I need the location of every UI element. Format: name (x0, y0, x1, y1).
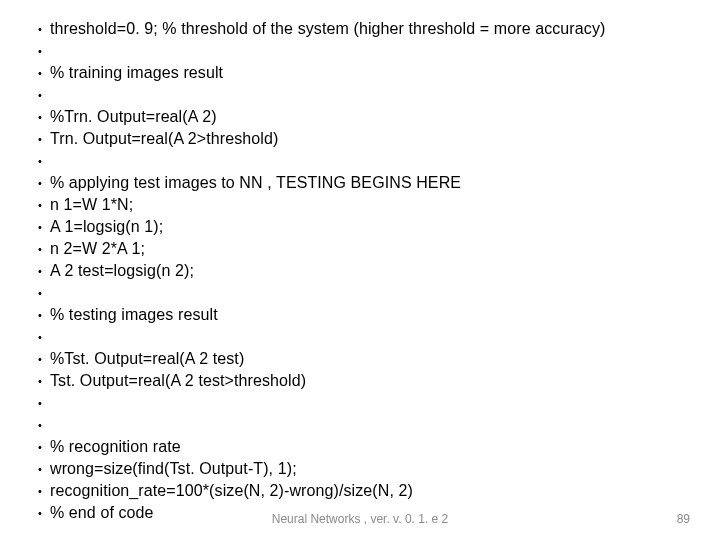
code-line: •wrong=size(find(Tst. Output-T), 1); (30, 458, 690, 480)
code-line-text: Trn. Output=real(A 2>threshold) (50, 128, 690, 149)
page-number: 89 (677, 512, 690, 526)
code-line-text: % training images result (50, 62, 690, 83)
code-line-text: % recognition rate (50, 436, 690, 457)
code-line: • (30, 282, 690, 304)
bullet-icon: • (30, 304, 50, 326)
code-line-text: n 1=W 1*N; (50, 194, 690, 215)
code-line: •%Tst. Output=real(A 2 test) (30, 348, 690, 370)
bullet-icon: • (30, 282, 50, 304)
code-line-text: A 1=logsig(n 1); (50, 216, 690, 237)
code-line: •recognition_rate=100*(size(N, 2)-wrong)… (30, 480, 690, 502)
code-line-text: A 2 test=logsig(n 2); (50, 260, 690, 281)
code-line-text: recognition_rate=100*(size(N, 2)-wrong)/… (50, 480, 690, 501)
code-line: • (30, 84, 690, 106)
bullet-icon: • (30, 40, 50, 62)
code-line-text: Tst. Output=real(A 2 test>threshold) (50, 370, 690, 391)
code-line: •% applying test images to NN , TESTING … (30, 172, 690, 194)
code-line: • (30, 150, 690, 172)
code-line: •% training images result (30, 62, 690, 84)
bullet-icon: • (30, 436, 50, 458)
code-line: •Trn. Output=real(A 2>threshold) (30, 128, 690, 150)
bullet-icon: • (30, 18, 50, 40)
code-line-text: n 2=W 2*A 1; (50, 238, 690, 259)
bullet-icon: • (30, 458, 50, 480)
code-line: •Tst. Output=real(A 2 test>threshold) (30, 370, 690, 392)
code-line: • (30, 414, 690, 436)
code-content: •threshold=0. 9; % threshold of the syst… (30, 18, 690, 524)
code-line-text: % testing images result (50, 304, 690, 325)
bullet-icon: • (30, 348, 50, 370)
bullet-icon: • (30, 84, 50, 106)
slide: •threshold=0. 9; % threshold of the syst… (0, 0, 720, 540)
code-line-text: threshold=0. 9; % threshold of the syste… (50, 18, 690, 39)
code-line: •% testing images result (30, 304, 690, 326)
bullet-icon: • (30, 238, 50, 260)
code-line: •n 1=W 1*N; (30, 194, 690, 216)
code-line: • (30, 40, 690, 62)
bullet-icon: • (30, 194, 50, 216)
bullet-icon: • (30, 370, 50, 392)
bullet-icon: • (30, 128, 50, 150)
code-line: •A 2 test=logsig(n 2); (30, 260, 690, 282)
code-line-text: wrong=size(find(Tst. Output-T), 1); (50, 458, 690, 479)
code-line: •%Trn. Output=real(A 2) (30, 106, 690, 128)
code-line-text: %Trn. Output=real(A 2) (50, 106, 690, 127)
code-line-text: % applying test images to NN , TESTING B… (50, 172, 690, 193)
code-line: •threshold=0. 9; % threshold of the syst… (30, 18, 690, 40)
bullet-icon: • (30, 106, 50, 128)
code-line: •A 1=logsig(n 1); (30, 216, 690, 238)
code-line-text: %Tst. Output=real(A 2 test) (50, 348, 690, 369)
bullet-icon: • (30, 172, 50, 194)
footer-center: Neural Networks , ver. v. 0. 1. e 2 (0, 512, 720, 526)
bullet-icon: • (30, 326, 50, 348)
bullet-icon: • (30, 414, 50, 436)
code-line: •% recognition rate (30, 436, 690, 458)
bullet-icon: • (30, 480, 50, 502)
code-line: •n 2=W 2*A 1; (30, 238, 690, 260)
code-line: • (30, 392, 690, 414)
bullet-icon: • (30, 392, 50, 414)
bullet-icon: • (30, 150, 50, 172)
code-line: • (30, 326, 690, 348)
bullet-icon: • (30, 260, 50, 282)
bullet-icon: • (30, 216, 50, 238)
bullet-icon: • (30, 62, 50, 84)
